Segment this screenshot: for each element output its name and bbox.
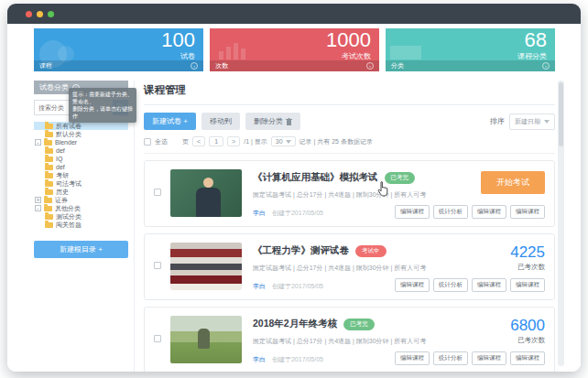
main-panel: 课程管理 新建试卷 + 移动到 删除分类 排序 新建日期 全 (134, 81, 555, 372)
maximize-window-icon[interactable] (48, 11, 54, 17)
course-checkbox[interactable] (154, 262, 161, 269)
course-thumbnail[interactable] (170, 243, 242, 290)
edit-course-button[interactable]: 编辑课程 (472, 205, 506, 219)
tree-item[interactable]: 闯关答题 (34, 221, 128, 229)
records-label: 记录 | 共有 25 条数据记录 (299, 137, 373, 146)
tree-item[interactable]: 历史 (34, 188, 128, 196)
page-size-dropdown[interactable]: 30 (271, 136, 296, 146)
sidebar-tooltip: 提示：需要新建子分类、重命名、 删除分类，请单击右键操作 (69, 88, 136, 123)
course-checkbox[interactable] (154, 335, 161, 342)
stat-value: 1000 (326, 29, 371, 51)
stat-card-categories[interactable]: 68 课程分类 分类 › (386, 28, 555, 71)
statistics-button[interactable]: 统计分析 (433, 205, 468, 219)
select-all-checkbox[interactable] (144, 138, 151, 146)
course-card: 《计算机应用基础》模拟考试 已考完 固定试题考试 | 总分17分 | 共4道题 … (144, 160, 555, 227)
move-to-button[interactable]: 移动到 (201, 113, 240, 130)
edit-course-button[interactable]: 编辑课程 (472, 278, 506, 292)
tooltip-text: 提示：需要新建子分类、重命名、 (72, 91, 133, 105)
edit-course-button[interactable]: 编辑课程 (395, 351, 430, 365)
page-number-input[interactable]: 1 (209, 136, 223, 146)
statistics-button[interactable]: 统计分析 (433, 278, 468, 292)
edit-course-button[interactable]: 编辑课程 (395, 278, 430, 292)
stat-card-exams[interactable]: 100 试卷 课程 › (34, 28, 203, 71)
tree-item-default[interactable]: 默认分类 (34, 130, 128, 138)
folder-icon (45, 165, 53, 170)
course-thumbnail[interactable] (170, 316, 242, 363)
card-buttons: 编辑课程 统计分析 编辑课程 编辑课程 (395, 205, 545, 219)
tree-item-blender[interactable]: - Blender (34, 138, 128, 146)
folder-icon (45, 148, 53, 154)
course-thumbnail[interactable] (170, 169, 242, 217)
author-name: 李白 (253, 283, 266, 289)
created-date: 创建于2017/05/05 (272, 210, 323, 216)
course-title[interactable]: 《工程力学》测评试卷 (253, 244, 349, 257)
course-meta: 固定试题考试 | 总分17分 | 共4道题 | 限制30分钟 | 所有人可考 (253, 337, 545, 346)
statistics-button[interactable]: 统计分析 (433, 351, 468, 365)
expand-icon[interactable]: + (35, 197, 41, 203)
tree-item-label: 闯关答题 (56, 221, 82, 230)
new-root-category-button[interactable]: 新建根目录 + (34, 241, 128, 258)
page-title: 课程管理 (144, 81, 555, 105)
stat-card-attempts[interactable]: 1000 考试次数 次数 › (210, 28, 379, 71)
tree-item-label: def (56, 164, 65, 170)
delete-category-button[interactable]: 删除分类 (245, 113, 300, 130)
app-window: 100 试卷 课程 › 1000 考试次数 次数 › 68 课程分类 (7, 4, 581, 372)
stat-footer-label: 分类 (391, 61, 404, 70)
sort-control: 排序 新建日期 (490, 113, 555, 130)
start-exam-button[interactable]: 开始考试 (481, 171, 545, 194)
pagination-bar: 全选 页 < 1 > /1 | 显示 30 记录 | 共有 25 条数据记录 (144, 136, 555, 154)
status-badge: 已考完 (343, 319, 375, 330)
tree-item[interactable]: def (34, 163, 128, 171)
tree-item[interactable]: IQ (34, 155, 128, 163)
arrow-circle-icon[interactable]: › (542, 62, 550, 70)
close-window-icon[interactable] (26, 11, 32, 17)
folder-icon (44, 198, 52, 203)
edit-course-button[interactable]: 编辑课程 (395, 205, 430, 219)
status-badge: 考试中 (355, 245, 387, 257)
trash-icon (286, 118, 292, 125)
attempt-count-label: 已考次数 (510, 263, 545, 272)
collapse-icon[interactable]: - (35, 205, 41, 211)
author-name: 李白 (253, 210, 266, 216)
edit-course-button[interactable]: 编辑课程 (510, 351, 545, 365)
edit-course-button[interactable]: 编辑课程 (472, 351, 506, 365)
course-title[interactable]: 2018年2月年终考核 (253, 318, 337, 330)
tree-item[interactable]: 司法考试 (34, 179, 128, 188)
window-titlebar (7, 4, 581, 24)
tree-item-label: 默认分类 (56, 130, 82, 139)
edit-course-button[interactable]: 编辑课程 (510, 278, 545, 292)
card-action-zone: 6800 已考次数 (510, 318, 545, 345)
folder-icon (44, 140, 52, 146)
sort-dropdown[interactable]: 新建日期 (509, 113, 555, 130)
toolbar: 新建试卷 + 移动到 删除分类 排序 新建日期 (144, 113, 555, 130)
stat-footer-label: 课程 (39, 61, 52, 70)
folder-icon (45, 173, 53, 178)
prev-page-button[interactable]: < (192, 136, 205, 146)
tree-item[interactable]: def (34, 146, 128, 155)
tree-item-securities[interactable]: + 证券 (34, 196, 128, 204)
scrollbar-thumb[interactable] (559, 82, 563, 146)
tree-item-label: IQ (56, 156, 62, 162)
scrollbar[interactable] (558, 81, 564, 366)
course-title[interactable]: 《计算机应用基础》模拟考试 (253, 171, 378, 184)
category-sidebar: 试卷分类 i 提示：需要新建子分类、重命名、 删除分类，请单击右键操作 所有试卷… (34, 81, 128, 258)
tree-item-label: def (56, 147, 65, 154)
course-checkbox[interactable] (154, 189, 161, 196)
sort-label: 排序 (490, 116, 505, 126)
folder-icon (45, 189, 53, 195)
collapse-icon[interactable]: - (35, 139, 41, 146)
arrow-circle-icon[interactable]: › (191, 62, 198, 70)
card-action-zone: 4225 已考次数 (510, 244, 545, 272)
stat-footer: 分类 › (386, 60, 555, 71)
select-all-label: 全选 (155, 137, 168, 146)
arrow-circle-icon[interactable]: › (366, 62, 374, 70)
new-exam-button[interactable]: 新建试卷 + (144, 113, 196, 130)
square-decoration (390, 46, 421, 59)
edit-course-button[interactable]: 编辑课程 (510, 205, 545, 219)
minimize-window-icon[interactable] (37, 11, 43, 17)
page-label: 页 (182, 137, 189, 146)
tooltip-text: 删除分类，请单击右键操作 (72, 105, 133, 120)
attempt-count: 4225 (510, 244, 545, 261)
next-page-button[interactable]: > (227, 136, 240, 146)
folder-icon (45, 214, 53, 220)
